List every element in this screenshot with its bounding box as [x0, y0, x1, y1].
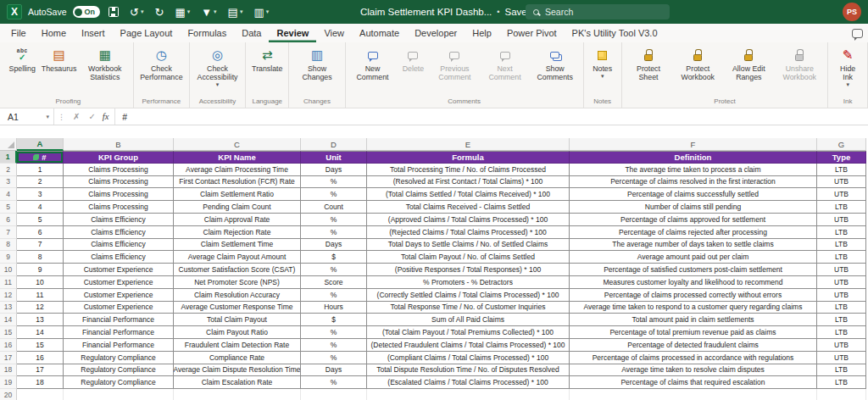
cell-C8[interactable]: Claim Settlement Time	[174, 239, 301, 252]
cell-D2[interactable]: Days	[301, 164, 367, 176]
cell-B1[interactable]: KPI Group	[64, 151, 174, 164]
column-header-f[interactable]: F	[570, 138, 817, 151]
row-header-15[interactable]: 15	[0, 326, 17, 339]
cell-A1[interactable]: #	[17, 151, 64, 164]
cell-G10[interactable]: UTB	[817, 264, 866, 276]
chevron-down-icon[interactable]: ▾	[46, 114, 49, 120]
row-header-20[interactable]: 20	[0, 389, 17, 400]
cell-D5[interactable]: Count	[301, 201, 367, 214]
row-header-16[interactable]: 16	[0, 339, 17, 352]
cell-C5[interactable]: Pending Claim Count	[174, 201, 301, 214]
row-header-13[interactable]: 13	[0, 302, 17, 314]
cell-A2[interactable]: 1	[17, 164, 64, 176]
row-header-1[interactable]: 1	[0, 151, 17, 164]
cell-D1[interactable]: Unit	[301, 151, 367, 164]
ribbon-button-protect-workbook[interactable]: Protect Workbook	[672, 44, 723, 82]
redo-button[interactable]: ↻	[152, 5, 166, 19]
cell-D9[interactable]: $	[301, 251, 367, 264]
cell-E17[interactable]: (Compliant Claims / Total Claims Process…	[367, 352, 570, 364]
cell-B19[interactable]: Regulatory Compliance	[64, 376, 174, 389]
cell-C20[interactable]	[174, 389, 301, 400]
cell-D4[interactable]: %	[301, 188, 367, 201]
save-button[interactable]	[106, 5, 121, 19]
cell-D19[interactable]: %	[301, 376, 367, 389]
column-header-e[interactable]: E	[367, 138, 570, 151]
row-header-14[interactable]: 14	[0, 314, 17, 326]
menu-tab-formulas[interactable]: Formulas	[180, 24, 234, 42]
cell-A8[interactable]: 7	[17, 239, 64, 252]
quick-access-chart-button[interactable]: ▥▾	[251, 5, 271, 19]
cell-A5[interactable]: 4	[17, 201, 64, 214]
cell-A11[interactable]: 10	[17, 276, 64, 289]
ribbon-button-notes[interactable]: Notes▾	[587, 44, 619, 81]
enter-icon[interactable]: ✓	[84, 108, 99, 125]
cell-F17[interactable]: Percentage of claims processed in accord…	[570, 352, 817, 364]
cell-B10[interactable]: Customer Experience	[64, 264, 174, 276]
cell-D20[interactable]	[301, 389, 367, 400]
quick-access-sheet-button[interactable]: ▤▾	[225, 5, 246, 19]
cell-G13[interactable]: LTB	[817, 302, 866, 314]
cell-D13[interactable]: Hours	[301, 302, 367, 314]
cell-D18[interactable]: Days	[301, 364, 367, 377]
cell-B11[interactable]: Customer Experience	[64, 276, 174, 289]
comments-panel-icon[interactable]	[852, 29, 863, 38]
cell-A19[interactable]: 18	[17, 376, 64, 389]
cell-G2[interactable]: LTB	[817, 164, 866, 176]
cell-G18[interactable]: LTB	[817, 364, 866, 377]
cell-D12[interactable]: %	[301, 289, 367, 302]
row-header-7[interactable]: 7	[0, 226, 17, 239]
menu-tab-automate[interactable]: Automate	[352, 24, 407, 42]
ribbon-button-hide-ink[interactable]: ✎Hide Ink▾	[831, 44, 865, 89]
cell-F7[interactable]: Percentage of claims rejected after proc…	[570, 226, 817, 239]
cell-F19[interactable]: Percentage of claims that required escal…	[570, 376, 817, 389]
cell-B20[interactable]	[64, 389, 174, 400]
cell-B6[interactable]: Claims Efficiency	[64, 214, 174, 226]
cell-B15[interactable]: Financial Performance	[64, 326, 174, 339]
cell-B12[interactable]: Customer Experience	[64, 289, 174, 302]
cell-C11[interactable]: Net Promoter Score (NPS)	[174, 276, 301, 289]
menu-tab-insert[interactable]: Insert	[74, 24, 113, 42]
menu-tab-review[interactable]: Review	[269, 24, 316, 42]
cell-C6[interactable]: Claim Approval Rate	[174, 214, 301, 226]
autosave-toggle[interactable]: On	[73, 6, 101, 18]
cell-C15[interactable]: Claim Payout Ratio	[174, 326, 301, 339]
column-header-c[interactable]: C	[174, 138, 301, 151]
cell-A6[interactable]: 5	[17, 214, 64, 226]
cell-A4[interactable]: 3	[17, 188, 64, 201]
row-header-6[interactable]: 6	[0, 214, 17, 226]
cell-E5[interactable]: Total Claims Received - Claims Settled	[367, 201, 570, 214]
cell-E8[interactable]: Total Days to Settle Claims / No. of Set…	[367, 239, 570, 252]
cell-E7[interactable]: (Rejected Claims / Total Claims Processe…	[367, 226, 570, 239]
cell-F9[interactable]: Average amount paid out per claim	[570, 251, 817, 264]
cell-D8[interactable]: Days	[301, 239, 367, 252]
cell-F1[interactable]: Definition	[570, 151, 817, 164]
cell-B7[interactable]: Claims Efficiency	[64, 226, 174, 239]
cell-C13[interactable]: Average Customer Response Time	[174, 302, 301, 314]
cell-E6[interactable]: (Approved Claims / Total Claims Processe…	[367, 214, 570, 226]
row-header-12[interactable]: 12	[0, 289, 17, 302]
cell-G20[interactable]	[817, 389, 866, 400]
cell-B3[interactable]: Claims Processing	[64, 176, 174, 189]
cell-G17[interactable]: UTB	[817, 352, 866, 364]
cell-G12[interactable]: UTB	[817, 289, 866, 302]
cell-E15[interactable]: (Total Claim Payout / Total Premiums Col…	[367, 326, 570, 339]
cell-F10[interactable]: Percentage of satisfied customers post-c…	[570, 264, 817, 276]
menu-tab-home[interactable]: Home	[34, 24, 74, 42]
cell-B16[interactable]: Financial Performance	[64, 339, 174, 352]
cancel-icon[interactable]: ✗	[69, 108, 84, 125]
row-header-5[interactable]: 5	[0, 201, 17, 214]
ribbon-button-show-changes[interactable]: ▥Show Changes	[292, 44, 342, 82]
menu-tab-file[interactable]: File	[3, 24, 34, 42]
cell-D11[interactable]: Score	[301, 276, 367, 289]
cell-E4[interactable]: (Total Claims Settled / Total Claims Rec…	[367, 188, 570, 201]
insert-function-icon[interactable]: fx	[100, 108, 116, 125]
cell-B2[interactable]: Claims Processing	[64, 164, 174, 176]
menu-tab-power-pivot[interactable]: Power Pivot	[499, 24, 565, 42]
cell-A3[interactable]: 2	[17, 176, 64, 189]
cell-G15[interactable]: LTB	[817, 326, 866, 339]
cell-C14[interactable]: Total Claim Payout	[174, 314, 301, 326]
cell-D10[interactable]: %	[301, 264, 367, 276]
cell-B9[interactable]: Claims Efficiency	[64, 251, 174, 264]
cell-F5[interactable]: Number of claims still pending	[570, 201, 817, 214]
menu-tab-view[interactable]: View	[316, 24, 352, 42]
